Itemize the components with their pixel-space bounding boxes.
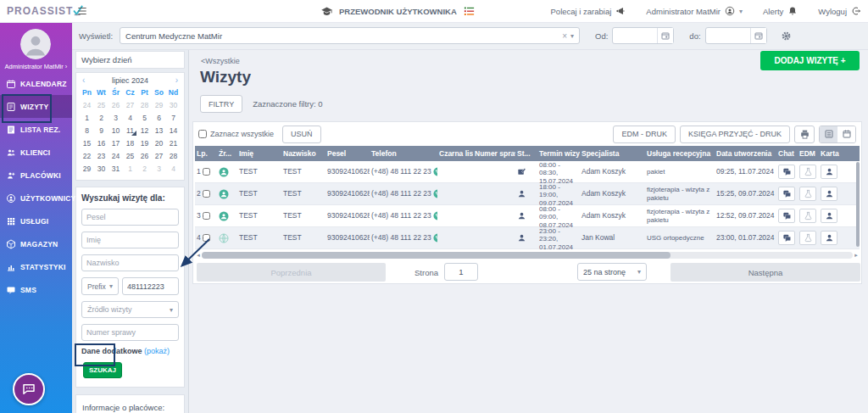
logout-icon[interactable]	[851, 6, 861, 16]
sidebar-item-wizyty[interactable]: WIZYTY	[0, 95, 72, 118]
chat-button[interactable]	[778, 187, 795, 201]
karta-button[interactable]	[821, 187, 837, 201]
edm-print-button[interactable]: EDM - DRUK	[613, 126, 676, 143]
delete-button[interactable]: USUŃ	[282, 126, 321, 143]
logout-link[interactable]: Wyloguj	[818, 7, 847, 16]
row-checkbox[interactable]	[203, 190, 210, 198]
add-visit-button[interactable]: DODAJ WIZYTĘ +	[760, 51, 860, 70]
bell-icon[interactable]	[787, 6, 798, 16]
calendar-day[interactable]: 30	[166, 99, 181, 112]
calendar-day[interactable]: 6	[152, 112, 166, 125]
calendar-day[interactable]: 31	[108, 163, 123, 176]
calendar-day[interactable]: 24	[108, 150, 123, 163]
sidebar-item-klienci[interactable]: KLIENCI	[0, 141, 72, 164]
user-guide[interactable]: PRZEWODNIK UŻYTKOWNIKA	[320, 0, 476, 22]
sidebar-user-label[interactable]: Administrator MatMir ›	[0, 63, 72, 70]
calendar-day[interactable]: 4	[123, 112, 137, 125]
user-menu[interactable]: Administrator MatMir	[646, 7, 721, 16]
per-page-select[interactable]: 25 na stronę ▾	[577, 263, 647, 281]
visit-source-select[interactable]: Źródło wizyty ▾	[81, 301, 179, 318]
calendar-day[interactable]: 25	[94, 99, 108, 112]
show-link[interactable]: (pokaż)	[144, 347, 170, 355]
breadcrumb-all[interactable]: <Wszystkie	[201, 57, 240, 65]
calendar-day[interactable]: 16	[94, 137, 108, 150]
clear-icon[interactable]: ×	[562, 31, 567, 41]
edm-button[interactable]	[799, 165, 816, 179]
search-button[interactable]: SZUKAJ	[83, 362, 122, 378]
hamburger-menu-icon[interactable]	[76, 5, 88, 17]
calendar-next-icon[interactable]: ›	[175, 76, 178, 85]
sidebar-item-kalendarz[interactable]: KALENDARZ	[0, 72, 72, 95]
calendar-day[interactable]: 10	[108, 125, 123, 137]
calendar-day[interactable]: 7	[166, 112, 181, 125]
calendar-view-toggle[interactable]	[837, 126, 855, 142]
karta-button[interactable]	[821, 209, 837, 223]
karta-button[interactable]	[821, 231, 837, 245]
date-from-calendar-button[interactable]	[657, 28, 673, 43]
row-checkbox[interactable]	[203, 212, 210, 220]
chat-button[interactable]	[778, 209, 795, 223]
edm-button[interactable]	[799, 209, 816, 223]
calendar-day[interactable]: 21	[166, 137, 181, 150]
calendar-day[interactable]: 26	[108, 99, 123, 112]
phone-prefix-select[interactable]: Prefix ▾	[81, 277, 119, 295]
chat-button[interactable]	[778, 231, 795, 245]
calendar-day[interactable]: 3	[152, 163, 166, 176]
edm-button[interactable]	[799, 231, 816, 245]
filters-button[interactable]: FILTRY	[200, 95, 242, 113]
gear-icon[interactable]	[781, 31, 792, 42]
edm-button[interactable]	[799, 187, 816, 201]
row-checkbox[interactable]	[203, 234, 210, 242]
facility-select[interactable]: Centrum Medyczne MatMir × ▾	[120, 27, 580, 44]
alerts-link[interactable]: Alerty	[763, 7, 783, 16]
calendar-day[interactable]: 27	[152, 150, 166, 163]
calendar-day[interactable]: 27	[123, 99, 137, 112]
previous-page-button[interactable]: Poprzednia	[197, 263, 386, 282]
calendar-day[interactable]: 1	[80, 112, 94, 125]
calendar-day[interactable]: 8	[80, 125, 94, 137]
date-to-input[interactable]	[706, 28, 750, 43]
sidebar-item-magazyn[interactable]: MAGAZYN	[0, 232, 72, 255]
calendar-day[interactable]: 15	[80, 137, 94, 150]
admissions-print-button[interactable]: KSIĘGA PRZYJĘĆ - DRUK	[680, 126, 790, 143]
calendar-day[interactable]: 1	[123, 163, 137, 176]
calendar-day[interactable]: 25	[123, 150, 137, 163]
date-from-input[interactable]	[613, 28, 657, 43]
proassist-logo[interactable]: PROASSIST	[7, 4, 84, 17]
calendar-day[interactable]: 26	[137, 150, 152, 163]
calendar-day[interactable]: 11	[123, 125, 137, 137]
sidebar-item-lista-rez[interactable]: LISTA REZ.	[0, 118, 72, 141]
select-all-checkbox[interactable]	[198, 130, 207, 138]
pesel-input[interactable]	[81, 209, 179, 226]
calendar-day[interactable]: 5	[137, 112, 152, 125]
date-to-calendar-button[interactable]	[750, 28, 766, 43]
case-number-input[interactable]	[81, 324, 179, 341]
chat-button[interactable]	[778, 165, 795, 179]
row-checkbox[interactable]	[203, 168, 210, 176]
calendar-day[interactable]: 9	[94, 125, 108, 137]
scroll-left-icon[interactable]: ◂	[195, 252, 202, 259]
calendar-day[interactable]: 19	[137, 137, 152, 150]
first-name-input[interactable]	[81, 232, 179, 248]
list-view-toggle[interactable]	[820, 126, 837, 142]
sidebar-item-użytkownicy[interactable]: UŻYTKOWNICY	[0, 187, 72, 209]
page-input[interactable]	[444, 263, 478, 281]
calendar-day[interactable]: 22	[80, 150, 94, 163]
horizontal-scrollbar[interactable]: ◂ ▸	[195, 251, 860, 260]
chevron-down-icon[interactable]: ▾	[739, 8, 743, 15]
calendar-day[interactable]: 13	[152, 125, 166, 137]
karta-button[interactable]	[821, 165, 837, 179]
avatar[interactable]	[20, 29, 51, 59]
calendar-prev-icon[interactable]: ‹	[82, 76, 85, 85]
calendar-day[interactable]: 28	[166, 150, 181, 163]
calendar-day[interactable]: 2	[94, 112, 108, 125]
calendar-day[interactable]: 17	[108, 137, 123, 150]
calendar-day[interactable]: 29	[80, 163, 94, 176]
last-name-input[interactable]	[81, 254, 179, 271]
calendar-day[interactable]: 28	[137, 99, 152, 112]
calendar-day[interactable]: 12	[137, 125, 152, 137]
sidebar-item-sms[interactable]: SMS	[0, 278, 72, 301]
calendar-day[interactable]: 18	[123, 137, 137, 150]
calendar-day[interactable]: 23	[94, 150, 108, 163]
scroll-track[interactable]	[202, 252, 853, 259]
